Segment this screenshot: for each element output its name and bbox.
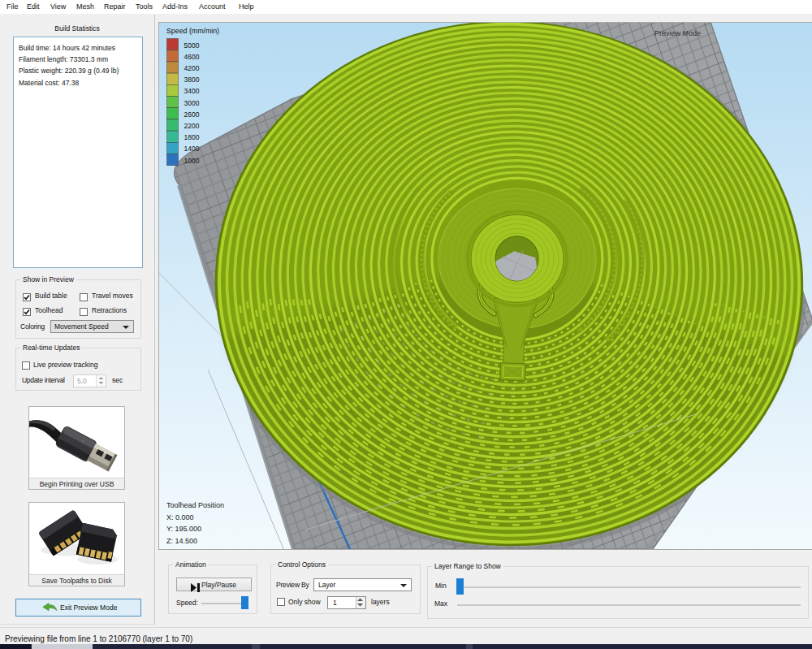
svg-text:Toolhead Position: Toolhead Position [166,501,224,509]
svg-text:2200: 2200 [184,122,200,130]
svg-text:Speed (mm/min): Speed (mm/min) [166,27,219,35]
svg-text:Y: 195.000: Y: 195.000 [166,525,201,533]
svg-text:X: 0.000: X: 0.000 [166,513,194,521]
svg-text:3400: 3400 [184,87,200,95]
svg-text:Preview Mode: Preview Mode [654,29,701,37]
svg-text:5000: 5000 [184,41,200,50]
svg-text:4200: 4200 [184,64,200,72]
svg-text:3000: 3000 [184,99,200,107]
svg-text:1400: 1400 [184,145,200,153]
svg-text:4600: 4600 [184,53,200,61]
svg-text:3800: 3800 [184,76,200,84]
svg-text:Z: 14.500: Z: 14.500 [166,537,197,545]
svg-text:1800: 1800 [184,133,200,141]
svg-text:2600: 2600 [184,110,200,119]
svg-text:1000: 1000 [184,157,200,165]
